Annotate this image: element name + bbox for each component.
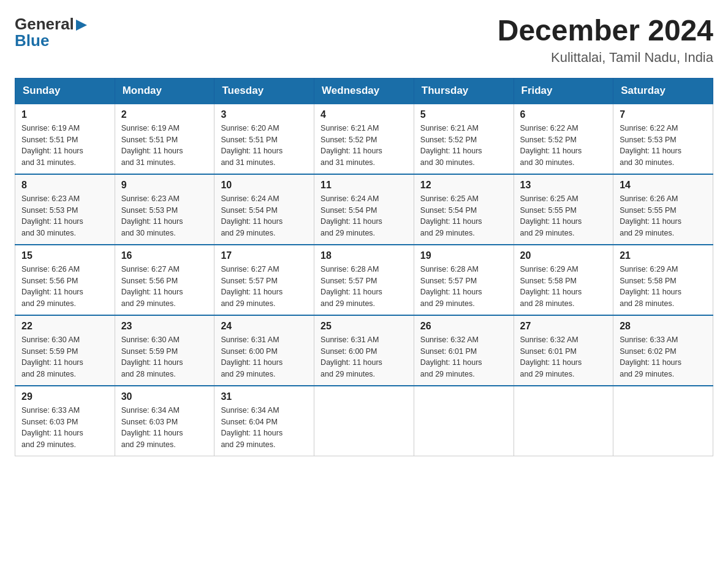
header-row: Sunday Monday Tuesday Wednesday Thursday… xyxy=(15,78,713,104)
day-number: 22 xyxy=(21,321,108,332)
calendar-cell: 20Sunrise: 6:29 AMSunset: 5:58 PMDayligh… xyxy=(514,245,613,315)
calendar-cell: 6Sunrise: 6:22 AMSunset: 5:52 PMDaylight… xyxy=(514,104,613,174)
calendar-cell: 9Sunrise: 6:23 AMSunset: 5:53 PMDaylight… xyxy=(115,174,214,245)
day-number: 14 xyxy=(620,180,707,191)
day-info: Sunrise: 6:28 AMSunset: 5:57 PMDaylight:… xyxy=(420,264,507,310)
page-subtitle: Kulittalai, Tamil Nadu, India xyxy=(498,50,713,66)
calendar-cell: 29Sunrise: 6:33 AMSunset: 6:03 PMDayligh… xyxy=(15,386,115,456)
day-number: 26 xyxy=(420,321,507,332)
day-info: Sunrise: 6:30 AMSunset: 5:59 PMDaylight:… xyxy=(21,334,108,380)
day-number: 29 xyxy=(21,391,108,402)
day-number: 30 xyxy=(121,391,208,402)
calendar-cell: 1Sunrise: 6:19 AMSunset: 5:51 PMDaylight… xyxy=(15,104,115,174)
calendar-cell: 4Sunrise: 6:21 AMSunset: 5:52 PMDaylight… xyxy=(314,104,414,174)
day-number: 5 xyxy=(420,109,507,120)
day-info: Sunrise: 6:21 AMSunset: 5:52 PMDaylight:… xyxy=(320,123,408,169)
day-info: Sunrise: 6:31 AMSunset: 6:00 PMDaylight:… xyxy=(320,334,408,380)
day-number: 18 xyxy=(320,250,408,261)
calendar-cell: 24Sunrise: 6:31 AMSunset: 6:00 PMDayligh… xyxy=(214,315,314,386)
calendar-cell xyxy=(613,386,713,456)
day-number: 25 xyxy=(320,321,408,332)
day-number: 1 xyxy=(21,109,108,120)
day-number: 2 xyxy=(121,109,208,120)
day-info: Sunrise: 6:26 AMSunset: 5:55 PMDaylight:… xyxy=(620,193,707,239)
day-info: Sunrise: 6:33 AMSunset: 6:03 PMDaylight:… xyxy=(21,405,108,451)
day-number: 13 xyxy=(520,180,607,191)
logo-arrow-icon xyxy=(76,20,87,31)
header-wednesday: Wednesday xyxy=(314,78,414,104)
day-info: Sunrise: 6:21 AMSunset: 5:52 PMDaylight:… xyxy=(420,123,507,169)
calendar-cell: 17Sunrise: 6:27 AMSunset: 5:57 PMDayligh… xyxy=(214,245,314,315)
calendar-cell: 30Sunrise: 6:34 AMSunset: 6:03 PMDayligh… xyxy=(115,386,214,456)
day-number: 16 xyxy=(121,250,208,261)
calendar-cell: 11Sunrise: 6:24 AMSunset: 5:54 PMDayligh… xyxy=(314,174,414,245)
day-info: Sunrise: 6:24 AMSunset: 5:54 PMDaylight:… xyxy=(221,193,308,239)
day-number: 27 xyxy=(520,321,607,332)
day-info: Sunrise: 6:34 AMSunset: 6:03 PMDaylight:… xyxy=(121,405,208,451)
calendar-cell: 27Sunrise: 6:32 AMSunset: 6:01 PMDayligh… xyxy=(514,315,613,386)
day-info: Sunrise: 6:22 AMSunset: 5:52 PMDaylight:… xyxy=(520,123,607,169)
calendar-cell xyxy=(514,386,613,456)
calendar-cell: 31Sunrise: 6:34 AMSunset: 6:04 PMDayligh… xyxy=(214,386,314,456)
day-number: 8 xyxy=(21,180,108,191)
day-number: 24 xyxy=(221,321,308,332)
day-info: Sunrise: 6:30 AMSunset: 5:59 PMDaylight:… xyxy=(121,334,208,380)
day-number: 19 xyxy=(420,250,507,261)
calendar-cell: 18Sunrise: 6:28 AMSunset: 5:57 PMDayligh… xyxy=(314,245,414,315)
day-info: Sunrise: 6:22 AMSunset: 5:53 PMDaylight:… xyxy=(620,123,707,169)
day-number: 12 xyxy=(420,180,507,191)
logo: General Blue xyxy=(15,15,87,50)
calendar-cell: 12Sunrise: 6:25 AMSunset: 5:54 PMDayligh… xyxy=(414,174,514,245)
calendar-cell: 13Sunrise: 6:25 AMSunset: 5:55 PMDayligh… xyxy=(514,174,613,245)
calendar-cell: 22Sunrise: 6:30 AMSunset: 5:59 PMDayligh… xyxy=(15,315,115,386)
day-info: Sunrise: 6:27 AMSunset: 5:57 PMDaylight:… xyxy=(221,264,308,310)
day-info: Sunrise: 6:19 AMSunset: 5:51 PMDaylight:… xyxy=(121,123,208,169)
day-info: Sunrise: 6:31 AMSunset: 6:00 PMDaylight:… xyxy=(221,334,308,380)
calendar-cell xyxy=(414,386,514,456)
day-info: Sunrise: 6:32 AMSunset: 6:01 PMDaylight:… xyxy=(420,334,507,380)
day-number: 23 xyxy=(121,321,208,332)
calendar-cell: 25Sunrise: 6:31 AMSunset: 6:00 PMDayligh… xyxy=(314,315,414,386)
calendar-cell: 19Sunrise: 6:28 AMSunset: 5:57 PMDayligh… xyxy=(414,245,514,315)
week-row-1: 1Sunrise: 6:19 AMSunset: 5:51 PMDaylight… xyxy=(15,104,713,174)
calendar-cell: 2Sunrise: 6:19 AMSunset: 5:51 PMDaylight… xyxy=(115,104,214,174)
title-section: December 2024 Kulittalai, Tamil Nadu, In… xyxy=(498,15,713,66)
calendar-cell: 7Sunrise: 6:22 AMSunset: 5:53 PMDaylight… xyxy=(613,104,713,174)
day-info: Sunrise: 6:28 AMSunset: 5:57 PMDaylight:… xyxy=(320,264,408,310)
day-info: Sunrise: 6:29 AMSunset: 5:58 PMDaylight:… xyxy=(620,264,707,310)
day-number: 15 xyxy=(21,250,108,261)
calendar-cell xyxy=(314,386,414,456)
day-number: 20 xyxy=(520,250,607,261)
calendar-body: 1Sunrise: 6:19 AMSunset: 5:51 PMDaylight… xyxy=(15,104,713,456)
calendar-cell: 23Sunrise: 6:30 AMSunset: 5:59 PMDayligh… xyxy=(115,315,214,386)
day-number: 10 xyxy=(221,180,308,191)
calendar-cell: 26Sunrise: 6:32 AMSunset: 6:01 PMDayligh… xyxy=(414,315,514,386)
day-info: Sunrise: 6:23 AMSunset: 5:53 PMDaylight:… xyxy=(21,193,108,239)
header-friday: Friday xyxy=(514,78,613,104)
calendar-cell: 28Sunrise: 6:33 AMSunset: 6:02 PMDayligh… xyxy=(613,315,713,386)
week-row-4: 22Sunrise: 6:30 AMSunset: 5:59 PMDayligh… xyxy=(15,315,713,386)
day-number: 21 xyxy=(620,250,707,261)
day-info: Sunrise: 6:23 AMSunset: 5:53 PMDaylight:… xyxy=(121,193,208,239)
day-info: Sunrise: 6:34 AMSunset: 6:04 PMDaylight:… xyxy=(221,405,308,451)
svg-marker-0 xyxy=(76,20,87,31)
day-number: 4 xyxy=(320,109,408,120)
calendar-cell: 15Sunrise: 6:26 AMSunset: 5:56 PMDayligh… xyxy=(15,245,115,315)
day-info: Sunrise: 6:25 AMSunset: 5:54 PMDaylight:… xyxy=(420,193,507,239)
week-row-3: 15Sunrise: 6:26 AMSunset: 5:56 PMDayligh… xyxy=(15,245,713,315)
header-tuesday: Tuesday xyxy=(214,78,314,104)
calendar-table: Sunday Monday Tuesday Wednesday Thursday… xyxy=(15,78,713,456)
day-info: Sunrise: 6:32 AMSunset: 6:01 PMDaylight:… xyxy=(520,334,607,380)
calendar-cell: 3Sunrise: 6:20 AMSunset: 5:51 PMDaylight… xyxy=(214,104,314,174)
week-row-2: 8Sunrise: 6:23 AMSunset: 5:53 PMDaylight… xyxy=(15,174,713,245)
page-title: December 2024 xyxy=(498,15,713,47)
day-number: 31 xyxy=(221,391,308,402)
calendar-cell: 16Sunrise: 6:27 AMSunset: 5:56 PMDayligh… xyxy=(115,245,214,315)
day-info: Sunrise: 6:33 AMSunset: 6:02 PMDaylight:… xyxy=(620,334,707,380)
day-number: 6 xyxy=(520,109,607,120)
day-info: Sunrise: 6:25 AMSunset: 5:55 PMDaylight:… xyxy=(520,193,607,239)
day-info: Sunrise: 6:19 AMSunset: 5:51 PMDaylight:… xyxy=(21,123,108,169)
calendar-cell: 10Sunrise: 6:24 AMSunset: 5:54 PMDayligh… xyxy=(214,174,314,245)
calendar-cell: 21Sunrise: 6:29 AMSunset: 5:58 PMDayligh… xyxy=(613,245,713,315)
day-info: Sunrise: 6:27 AMSunset: 5:56 PMDaylight:… xyxy=(121,264,208,310)
